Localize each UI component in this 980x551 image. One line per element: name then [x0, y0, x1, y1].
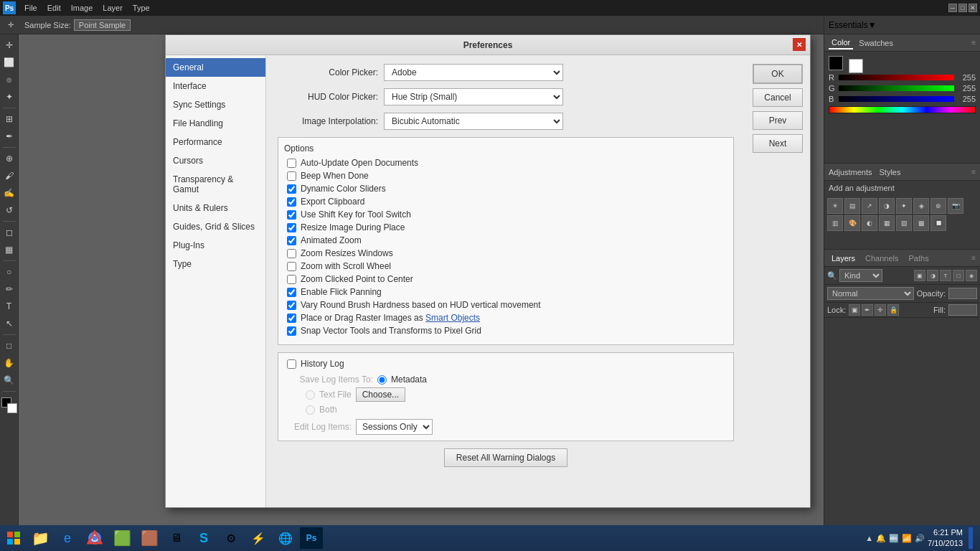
choose-button[interactable]: Choose...: [356, 387, 405, 402]
taskbar-app9[interactable]: 🌐: [273, 525, 298, 551]
g-slider[interactable]: [839, 85, 954, 91]
opacity-input[interactable]: [948, 288, 977, 299]
tool-type[interactable]: T: [1, 298, 17, 314]
tab-channels[interactable]: Channels: [862, 253, 901, 264]
resize-image-checkbox[interactable]: [287, 223, 296, 232]
tool-history-brush[interactable]: ↺: [1, 202, 17, 218]
lock-brush-icon[interactable]: ✒: [862, 304, 873, 316]
tool-brush[interactable]: 🖌: [1, 168, 17, 184]
nav-cursors[interactable]: Cursors: [166, 151, 265, 170]
menu-type[interactable]: Type: [128, 2, 154, 14]
tool-select-rect[interactable]: ⬜: [1, 55, 17, 70]
taskbar-minecraft2[interactable]: 🟫: [136, 525, 162, 551]
tool-magic-wand[interactable]: ✦: [1, 89, 17, 105]
tab-color[interactable]: Color: [829, 37, 853, 50]
tab-swatches[interactable]: Swatches: [856, 37, 896, 49]
prev-button[interactable]: Prev: [753, 111, 803, 130]
adj-levels-icon[interactable]: ▤: [844, 198, 860, 214]
adj-photo-icon[interactable]: 📷: [948, 198, 963, 214]
maximize-btn[interactable]: □: [958, 4, 967, 12]
tool-crop[interactable]: ⊞: [1, 111, 17, 127]
show-desktop-btn[interactable]: [969, 527, 973, 549]
tray-icon-1[interactable]: ▲: [865, 534, 873, 542]
tray-icon-2[interactable]: 🔔: [876, 534, 886, 543]
adj-channelmix-icon[interactable]: ▥: [827, 215, 843, 231]
color-spectrum[interactable]: [829, 106, 976, 113]
zoom-clicked-checkbox[interactable]: [287, 275, 296, 284]
nav-performance[interactable]: Performance: [166, 133, 265, 151]
snap-vector-checkbox[interactable]: [287, 326, 296, 336]
menu-image[interactable]: Image: [67, 2, 98, 14]
adj-vibrance-icon[interactable]: ✦: [896, 198, 912, 214]
filter-pixel-icon[interactable]: ▣: [914, 270, 925, 281]
menu-layer[interactable]: Layer: [98, 2, 127, 14]
taskbar-skype[interactable]: S: [191, 525, 217, 551]
layers-expand-icon[interactable]: ≡: [971, 254, 976, 262]
both-radio[interactable]: [306, 405, 315, 415]
tool-clone[interactable]: ✍: [1, 185, 17, 201]
adj-colorbalance-icon[interactable]: ⊛: [930, 198, 946, 214]
hud-color-picker-select[interactable]: Hue Strip (Small): [384, 88, 563, 105]
adj-saturation-icon[interactable]: ◈: [913, 198, 929, 214]
tool-move[interactable]: ✛: [1, 37, 17, 53]
animated-zoom-checkbox[interactable]: [287, 236, 296, 245]
sample-size-button[interactable]: Point Sample: [74, 19, 131, 31]
adj-colorlookup-icon[interactable]: 🎨: [844, 215, 860, 231]
auto-update-checkbox[interactable]: [287, 159, 296, 168]
lock-move-icon[interactable]: ✛: [875, 304, 886, 316]
zoom-resizes-checkbox[interactable]: [287, 249, 296, 258]
tool-zoom[interactable]: 🔍: [1, 372, 17, 388]
essentials-bar[interactable]: Essentials ▼: [824, 16, 980, 34]
cancel-button[interactable]: Cancel: [753, 88, 803, 107]
menu-file[interactable]: File: [20, 2, 42, 14]
dialog-close-button[interactable]: ✕: [793, 38, 806, 51]
tool-lasso[interactable]: ⌾: [1, 72, 17, 88]
taskbar-photoshop[interactable]: Ps: [300, 527, 323, 549]
tool-shape[interactable]: □: [1, 338, 17, 354]
history-log-checkbox[interactable]: [287, 359, 296, 369]
export-clipboard-checkbox[interactable]: [287, 197, 296, 207]
taskbar-minecraft1[interactable]: 🟩: [109, 525, 135, 551]
place-drag-checkbox[interactable]: [287, 314, 296, 323]
metadata-radio[interactable]: [377, 375, 387, 385]
tool-eyedropper[interactable]: ✛: [3, 17, 19, 33]
tool-gradient[interactable]: ▦: [1, 242, 17, 258]
taskbar-app8[interactable]: ⚡: [245, 525, 271, 551]
blend-mode-select[interactable]: Normal: [827, 287, 914, 300]
r-slider[interactable]: [839, 75, 954, 80]
reset-warning-dialogs-button[interactable]: Reset All Warning Dialogs: [444, 448, 567, 467]
nav-file-handling[interactable]: File Handling: [166, 114, 265, 133]
next-button[interactable]: Next: [753, 134, 803, 153]
nav-units[interactable]: Units & Rulers: [166, 199, 265, 217]
adj-gradient-icon[interactable]: ▩: [913, 215, 929, 231]
tab-paths[interactable]: Paths: [906, 253, 932, 264]
fill-input[interactable]: [948, 304, 977, 316]
adj-brightness-icon[interactable]: ☀: [827, 198, 843, 214]
color-swatches[interactable]: [1, 397, 17, 413]
adj-posterize-icon[interactable]: ▦: [879, 215, 895, 231]
taskbar-file-explorer[interactable]: 📁: [27, 525, 53, 551]
taskbar-steam[interactable]: ⚙: [218, 525, 244, 551]
tool-pen[interactable]: ✏: [1, 281, 17, 297]
nav-transparency[interactable]: Transparency & Gamut: [166, 170, 265, 199]
vary-brush-checkbox[interactable]: [287, 301, 296, 310]
tool-spot-heal[interactable]: ⊕: [1, 151, 17, 166]
adj-curves-icon[interactable]: ↗: [862, 198, 877, 214]
shift-key-checkbox[interactable]: [287, 210, 296, 220]
system-clock[interactable]: 6:21 PM 7/10/2013: [928, 527, 963, 550]
menu-edit[interactable]: Edit: [43, 2, 65, 14]
nav-sync[interactable]: Sync Settings: [166, 95, 265, 114]
adj-selective-icon[interactable]: 🔲: [930, 215, 946, 231]
taskbar-monitor[interactable]: 🖥: [164, 525, 189, 551]
tool-dodge[interactable]: ○: [1, 264, 17, 280]
filter-smart-icon[interactable]: ◈: [966, 270, 977, 281]
tray-icon-5[interactable]: 🔊: [915, 534, 925, 543]
layer-kind-select[interactable]: Kind: [839, 269, 882, 282]
edit-log-select[interactable]: Sessions Only Concise Detailed: [356, 419, 433, 435]
taskbar-chrome[interactable]: [82, 525, 108, 551]
tray-icon-3[interactable]: 🔤: [889, 534, 899, 543]
bg-swatch[interactable]: [849, 59, 863, 73]
nav-plugins[interactable]: Plug-Ins: [166, 236, 265, 255]
close-btn[interactable]: ✕: [969, 4, 977, 12]
adj-threshold-icon[interactable]: ▧: [896, 215, 912, 231]
